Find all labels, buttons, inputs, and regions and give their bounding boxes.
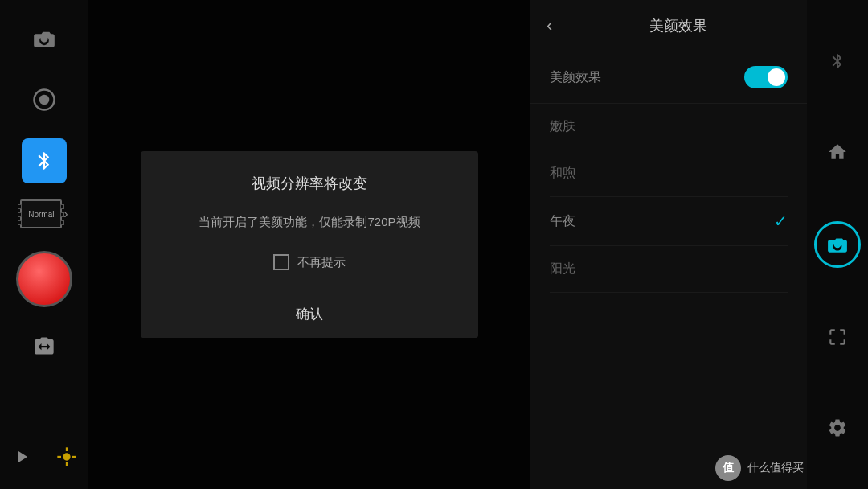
back-button[interactable]: ‹ — [547, 15, 552, 36]
beauty-toggle[interactable] — [744, 66, 788, 88]
focus-settings-icon[interactable] — [817, 316, 858, 358]
flip-camera-icon[interactable] — [22, 323, 67, 368]
effect-label-harmony: 和煦 — [550, 165, 575, 182]
normal-label: Normal — [28, 210, 54, 219]
dialog-checkbox-row: 不再提示 — [141, 254, 478, 290]
svg-point-1 — [39, 95, 50, 105]
effect-label-sunshine: 阳光 — [550, 261, 575, 277]
effect-item-midnight[interactable]: 午夜 ✓ — [550, 197, 788, 246]
bluetooth-off-icon[interactable] — [817, 40, 858, 82]
left-sidebar: Normal › — [0, 0, 88, 489]
watermark-logo: 值 — [715, 455, 741, 481]
effects-list: 嫩肤 和煦 午夜 ✓ 阳光 — [530, 104, 807, 293]
effect-label-midnight: 午夜 — [550, 213, 575, 230]
check-icon: ✓ — [774, 212, 788, 231]
dialog-overlay: 视频分辨率将改变 当前开启了美颜功能，仅能录制720P视频 不再提示 确认 — [88, 0, 530, 489]
panel-title: 美颜效果 — [565, 16, 791, 35]
bottom-icons — [6, 441, 83, 473]
effect-item-enhance[interactable]: 嫩肤 — [550, 104, 788, 150]
effect-item-harmony[interactable]: 和煦 — [550, 150, 788, 197]
normal-mode-selector[interactable]: Normal › — [20, 199, 68, 228]
settings-icon[interactable] — [817, 407, 858, 449]
svg-point-2 — [64, 454, 70, 460]
gallery-icon[interactable] — [6, 441, 38, 473]
no-remind-checkbox[interactable] — [273, 254, 289, 270]
photo-mode-icon[interactable] — [22, 16, 67, 61]
far-right-icons — [807, 0, 868, 489]
beauty-toggle-label: 美颜效果 — [550, 69, 601, 86]
dialog-box: 视频分辨率将改变 当前开启了美颜功能，仅能录制720P视频 不再提示 确认 — [141, 151, 478, 338]
confirm-button[interactable]: 确认 — [141, 290, 478, 338]
home-icon[interactable] — [817, 131, 858, 173]
focus-target-icon[interactable] — [51, 441, 83, 473]
capture-button[interactable] — [814, 221, 861, 268]
effect-label-enhance: 嫩肤 — [550, 118, 575, 135]
watermark: 值 什么值得买 — [715, 455, 804, 481]
dialog-title: 视频分辨率将改变 — [141, 151, 478, 206]
toggle-knob — [768, 68, 785, 86]
record-button[interactable] — [16, 251, 72, 307]
video-mode-icon[interactable] — [22, 77, 67, 122]
panel-header: ‹ 美颜效果 — [530, 0, 807, 51]
watermark-text: 什么值得买 — [747, 461, 804, 475]
beauty-panel: ‹ 美颜效果 美颜效果 嫩肤 和煦 午夜 ✓ 阳光 — [530, 0, 807, 489]
effect-item-sunshine[interactable]: 阳光 — [550, 246, 788, 293]
beauty-toggle-row: 美颜效果 — [530, 51, 807, 104]
no-remind-label: 不再提示 — [297, 255, 346, 270]
dialog-body: 当前开启了美颜功能，仅能录制720P视频 — [141, 206, 478, 254]
bluetooth-icon[interactable] — [22, 138, 67, 183]
